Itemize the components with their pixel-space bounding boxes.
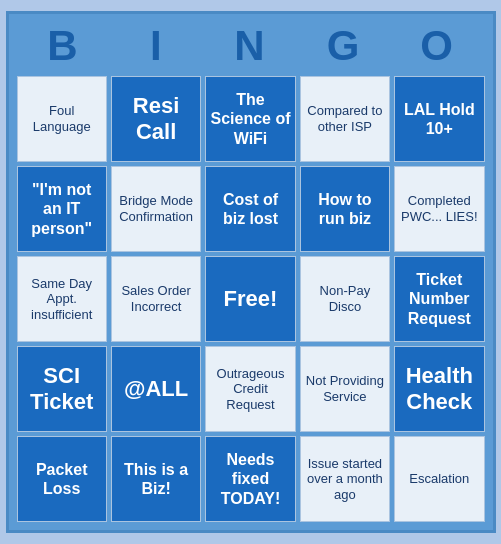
bingo-letter: G: [300, 22, 388, 70]
bingo-cell-5: "I'm not an IT person": [17, 166, 107, 252]
bingo-cell-10: Same Day Appt. insufficient: [17, 256, 107, 342]
bingo-cell-6: Bridge Mode Confirmation: [111, 166, 201, 252]
bingo-cell-23: Issue started over a month ago: [300, 436, 390, 522]
bingo-cell-16: @ALL: [111, 346, 201, 432]
bingo-cell-13: Non-Pay Disco: [300, 256, 390, 342]
bingo-letter: I: [113, 22, 201, 70]
bingo-cell-9: Completed PWC... LIES!: [394, 166, 484, 252]
bingo-letter: N: [206, 22, 294, 70]
bingo-letter: O: [394, 22, 482, 70]
bingo-cell-14: Ticket Number Request: [394, 256, 484, 342]
bingo-cell-12: Free!: [205, 256, 295, 342]
bingo-cell-15: SCI Ticket: [17, 346, 107, 432]
bingo-cell-18: Not Providing Service: [300, 346, 390, 432]
bingo-letter: B: [19, 22, 107, 70]
bingo-cell-2: The Science of WiFi: [205, 76, 295, 162]
bingo-cell-4: LAL Hold 10+: [394, 76, 484, 162]
bingo-cell-22: Needs fixed TODAY!: [205, 436, 295, 522]
bingo-cell-8: How to run biz: [300, 166, 390, 252]
bingo-cell-7: Cost of biz lost: [205, 166, 295, 252]
bingo-cell-1: Resi Call: [111, 76, 201, 162]
bingo-cell-17: Outrageous Credit Request: [205, 346, 295, 432]
bingo-cell-11: Sales Order Incorrect: [111, 256, 201, 342]
bingo-card: BINGO Foul LanguageResi CallThe Science …: [6, 11, 496, 533]
bingo-cell-21: This is a Biz!: [111, 436, 201, 522]
bingo-grid: Foul LanguageResi CallThe Science of WiF…: [17, 76, 485, 522]
bingo-cell-20: Packet Loss: [17, 436, 107, 522]
bingo-cell-19: Health Check: [394, 346, 484, 432]
bingo-header: BINGO: [17, 22, 485, 70]
bingo-cell-3: Compared to other ISP: [300, 76, 390, 162]
bingo-cell-0: Foul Language: [17, 76, 107, 162]
bingo-cell-24: Escalation: [394, 436, 484, 522]
